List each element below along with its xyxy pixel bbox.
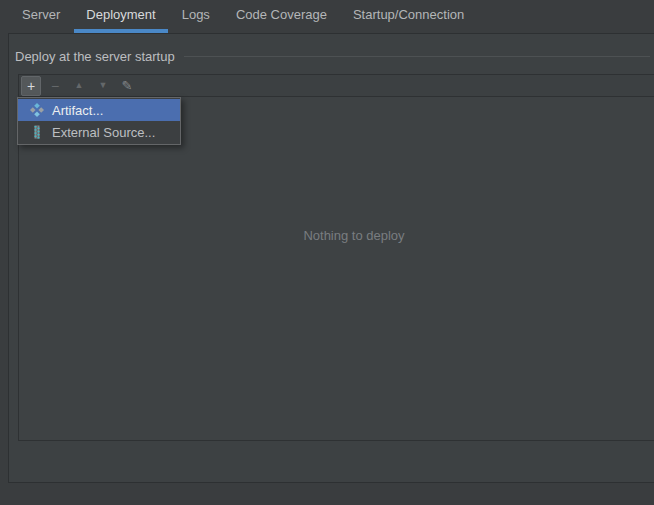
- deploy-at-startup-separator: Deploy at the server startup: [15, 46, 650, 66]
- pencil-icon: ✎: [122, 79, 133, 92]
- list-toolbar: + − ▲ ▼ ✎: [19, 75, 654, 97]
- separator-rule: [184, 56, 650, 57]
- group-title: Deploy at the server startup: [15, 49, 175, 64]
- config-tab-bar: Server Deployment Logs Code Coverage Sta…: [0, 0, 654, 33]
- menu-item-label: Artifact...: [52, 103, 103, 118]
- menu-item-label: External Source...: [52, 125, 155, 140]
- minus-icon: −: [51, 79, 59, 93]
- artifact-icon: [30, 103, 44, 117]
- remove-button[interactable]: −: [45, 76, 65, 96]
- arrow-up-icon: ▲: [75, 81, 84, 90]
- deployment-list[interactable]: Nothing to deploy: [19, 97, 654, 441]
- external-source-icon: [30, 125, 44, 139]
- run-configuration-dialog: Server Deployment Logs Code Coverage Sta…: [0, 0, 654, 505]
- arrow-down-icon: ▼: [99, 81, 108, 90]
- edit-button[interactable]: ✎: [117, 76, 137, 96]
- empty-list-message: Nothing to deploy: [303, 228, 404, 243]
- add-popup-menu: Artifact... External Source...: [17, 97, 181, 145]
- plus-icon: +: [27, 79, 35, 93]
- add-button[interactable]: +: [21, 76, 41, 96]
- menu-item-artifact[interactable]: Artifact...: [18, 99, 180, 121]
- move-up-button[interactable]: ▲: [69, 76, 89, 96]
- tab-startup-connection[interactable]: Startup/Connection: [341, 0, 476, 33]
- menu-item-external-source[interactable]: External Source...: [18, 121, 180, 143]
- tab-code-coverage[interactable]: Code Coverage: [224, 0, 339, 33]
- tab-deployment[interactable]: Deployment: [74, 0, 167, 33]
- tab-server[interactable]: Server: [10, 0, 72, 33]
- tab-logs[interactable]: Logs: [170, 0, 222, 33]
- move-down-button[interactable]: ▼: [93, 76, 113, 96]
